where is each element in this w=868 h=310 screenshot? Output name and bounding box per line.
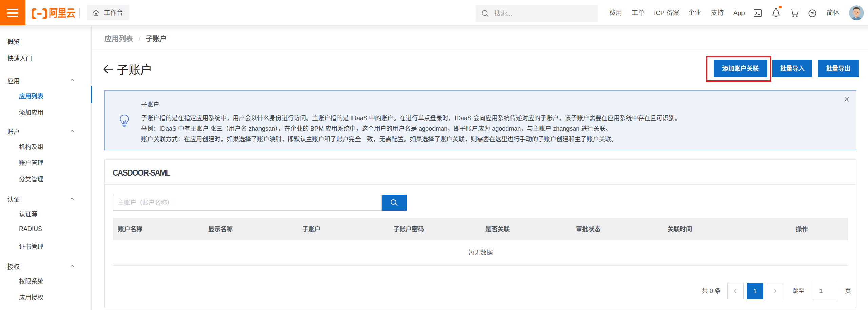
svg-text:?: ?	[811, 11, 814, 16]
